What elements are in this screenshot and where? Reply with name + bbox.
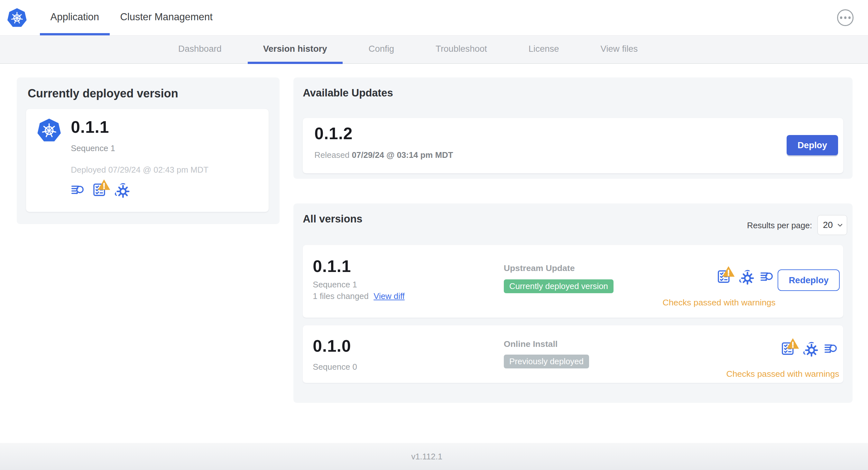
overflow-menu-button[interactable] (837, 9, 854, 26)
deployed-action-icons (70, 182, 128, 197)
release-notes-icon[interactable] (760, 269, 774, 284)
results-per-page-select[interactable]: 20 (817, 215, 847, 235)
edit-config-icon[interactable] (738, 269, 752, 284)
release-timestamp: Released 07/29/24 @ 03:14 pm MDT (314, 150, 453, 160)
tab-view-files[interactable]: View files (585, 35, 653, 63)
row-sequence: Sequence 1 (313, 280, 357, 289)
console-version: v1.112.1 (411, 452, 442, 461)
all-versions-card: All versions Results per page: 20 0.1.1 … (293, 203, 852, 402)
preflight-checks-warning-icon[interactable] (780, 341, 795, 356)
app-tabs: Application Cluster Management (40, 0, 223, 35)
chevron-down-icon (836, 221, 844, 229)
previously-deployed-badge: Previously deployed (504, 355, 589, 368)
files-changed: 1 files changedView diff (313, 292, 405, 301)
results-per-page-label: Results per page: (747, 221, 812, 230)
checks-status: Checks passed with warnings (663, 298, 776, 308)
warning-triangle-icon (721, 264, 736, 279)
kubernetes-app-icon (37, 118, 61, 143)
version-row-0-1-1: 0.1.1 Sequence 1 1 files changedView dif… (303, 245, 843, 317)
release-notes-icon[interactable] (70, 182, 85, 197)
tab-version-history[interactable]: Version history (248, 35, 343, 63)
section-nav: Dashboard Version history Config Trouble… (0, 35, 868, 64)
tab-cluster-management[interactable]: Cluster Management (110, 0, 223, 35)
tab-application[interactable]: Application (40, 0, 110, 35)
deployed-timestamp: Deployed 07/29/24 @ 02:43 pm MDT (71, 165, 209, 174)
row-sequence: Sequence 0 (313, 362, 357, 372)
checks-status: Checks passed with warnings (726, 369, 839, 379)
preflight-checks-warning-icon[interactable] (92, 182, 106, 197)
tab-troubleshoot[interactable]: Troubleshoot (420, 35, 502, 63)
kubernetes-logo-icon (7, 7, 27, 28)
row-version-number: 0.1.1 (313, 257, 351, 276)
edit-config-icon[interactable] (802, 341, 816, 356)
version-row-0-1-0: 0.1.0 Sequence 0 Online Install Previous… (303, 325, 843, 383)
all-versions-title: All versions (303, 213, 362, 225)
version-source: Upstream Update (504, 263, 575, 273)
version-source: Online Install (504, 339, 558, 349)
available-updates-card: Available Updates 0.1.2 Released 07/29/2… (293, 77, 852, 179)
row-version-number: 0.1.0 (313, 336, 351, 356)
currently-deployed-card: Currently deployed version 0.1.1 Sequenc… (17, 77, 280, 224)
tab-dashboard[interactable]: Dashboard (163, 35, 237, 63)
deployed-version-number: 0.1.1 (71, 118, 109, 137)
currently-deployed-badge: Currently deployed version (504, 279, 614, 293)
deployed-sequence: Sequence 1 (71, 144, 115, 153)
results-per-page-value: 20 (823, 220, 833, 230)
files-changed-label: 1 files changed (313, 292, 369, 301)
currently-deployed-title: Currently deployed version (28, 87, 178, 100)
page-root: Application Cluster Management Dashboard… (0, 0, 868, 470)
released-label: Released (314, 150, 349, 160)
gear-icon (740, 271, 755, 286)
released-date: 07/29/24 @ 03:14 pm MDT (352, 150, 453, 160)
view-diff-link[interactable]: View diff (374, 292, 405, 301)
tab-license[interactable]: License (513, 35, 575, 63)
update-version-number: 0.1.2 (314, 124, 352, 143)
available-updates-title: Available Updates (303, 87, 393, 99)
deployed-version-panel: 0.1.1 Sequence 1 Deployed 07/29/24 @ 02:… (26, 109, 269, 212)
edit-config-icon[interactable] (114, 182, 128, 197)
warning-triangle-icon (97, 177, 111, 192)
redeploy-button[interactable]: Redeploy (778, 269, 840, 291)
page-footer: v1.112.1 (0, 443, 868, 470)
warning-triangle-icon (786, 336, 800, 351)
row-action-icons (716, 269, 774, 284)
tab-config[interactable]: Config (353, 35, 409, 63)
row-action-icons (780, 341, 838, 356)
preflight-checks-warning-icon[interactable] (716, 269, 731, 284)
top-bar: Application Cluster Management (0, 0, 868, 36)
deploy-button[interactable]: Deploy (786, 135, 838, 156)
gear-icon (116, 184, 130, 199)
release-notes-icon[interactable] (824, 341, 838, 356)
ellipsis-icon (840, 16, 843, 19)
gear-icon (804, 343, 819, 358)
update-row: 0.1.2 Released 07/29/24 @ 03:14 pm MDT D… (303, 118, 843, 173)
